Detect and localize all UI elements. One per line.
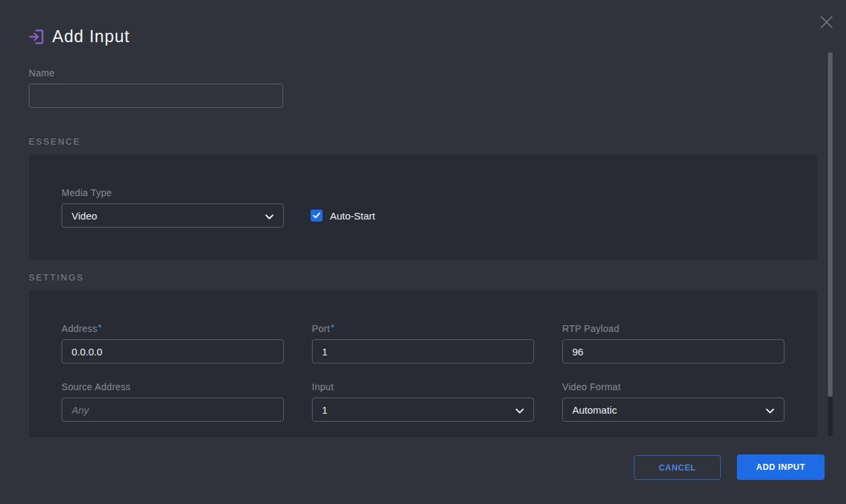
settings-section-heading: SETTINGS bbox=[29, 272, 84, 282]
video-format-label: Video Format bbox=[562, 382, 620, 392]
scrollbar-thumb[interactable] bbox=[828, 52, 833, 397]
required-marker-icon bbox=[98, 325, 101, 327]
page-title: Add Input bbox=[52, 27, 130, 46]
input-select-value: 1 bbox=[322, 404, 327, 416]
input-label: Input bbox=[312, 382, 334, 392]
rtp-payload-input[interactable] bbox=[562, 339, 784, 363]
auto-start-checkbox[interactable] bbox=[311, 209, 323, 222]
required-marker-icon bbox=[331, 325, 334, 327]
chevron-down-icon bbox=[766, 404, 774, 416]
address-label: Address bbox=[62, 323, 101, 334]
essence-section-heading: ESSENCE bbox=[29, 137, 81, 147]
source-address-label: Source Address bbox=[62, 382, 131, 392]
port-input[interactable] bbox=[312, 339, 534, 363]
add-input-button[interactable]: ADD INPUT bbox=[737, 454, 825, 480]
name-label: Name bbox=[29, 68, 55, 78]
settings-panel: Address Port RTP Payload Source Address … bbox=[29, 290, 817, 437]
media-type-select[interactable]: Video bbox=[62, 203, 284, 228]
port-label: Port bbox=[312, 323, 334, 334]
essence-panel: Media Type Video Auto-Start bbox=[29, 155, 817, 260]
name-input[interactable] bbox=[29, 84, 283, 108]
chevron-down-icon bbox=[265, 210, 274, 222]
input-select[interactable]: 1 bbox=[312, 398, 534, 422]
media-type-label: Media Type bbox=[62, 187, 112, 198]
chevron-down-icon bbox=[515, 404, 524, 416]
close-icon[interactable] bbox=[817, 12, 837, 32]
rtp-payload-label: RTP Payload bbox=[562, 323, 619, 334]
checkmark-icon bbox=[313, 212, 321, 219]
cancel-button[interactable]: CANCEL bbox=[634, 455, 721, 480]
video-format-select[interactable]: Automatic bbox=[562, 398, 784, 422]
video-format-value: Automatic bbox=[572, 404, 617, 416]
scrollbar-track[interactable] bbox=[828, 52, 833, 436]
source-address-input[interactable] bbox=[62, 398, 284, 422]
add-input-icon bbox=[27, 27, 47, 47]
media-type-value: Video bbox=[72, 210, 97, 222]
auto-start-label: Auto-Start bbox=[330, 210, 375, 222]
address-input[interactable] bbox=[62, 339, 284, 363]
